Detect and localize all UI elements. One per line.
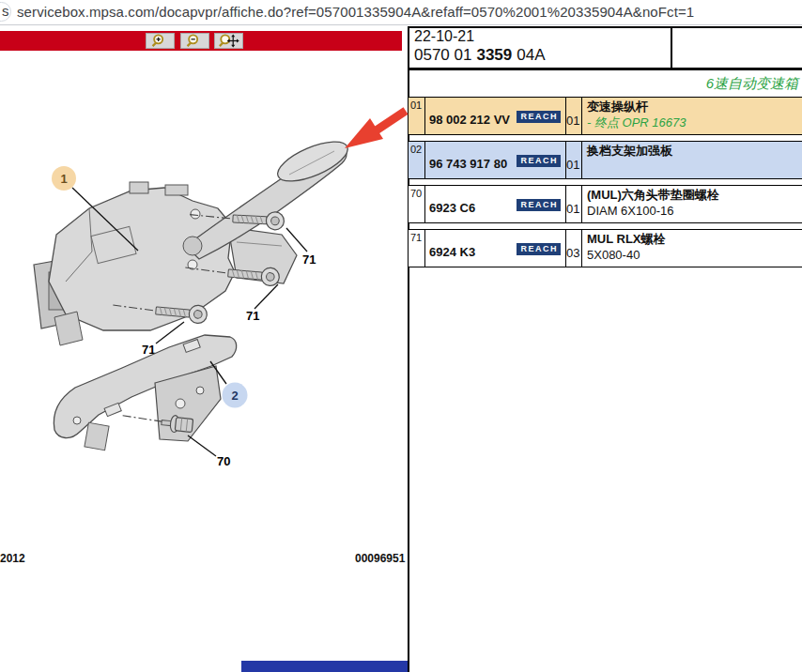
part-number[interactable]: 98 002 212 VV: [429, 113, 510, 127]
row-index: 02: [409, 142, 425, 178]
table-row[interactable]: 01 98 002 212 VV REACH 01 变速操纵杆 - 终点 OPR…: [408, 97, 802, 135]
row-index: 01: [409, 98, 425, 134]
row-index: 71: [409, 230, 425, 267]
description-cell: (MUL)六角头带垫圈螺栓 DIAM 6X100-16: [582, 186, 802, 222]
part-reference-cell: 96 743 917 80 REACH: [425, 142, 566, 178]
part-number[interactable]: 6923 C6: [429, 201, 475, 215]
taskbar-fragment: [241, 661, 408, 672]
row-index: 70: [409, 186, 425, 222]
description-cell: 变速操纵杆 - 终点 OPR 16673: [582, 98, 802, 134]
part-number[interactable]: 96 743 917 80: [429, 157, 507, 171]
part-note: 5X080-40: [587, 248, 802, 262]
ref-bold: 3359: [476, 46, 512, 64]
quantity: 01: [566, 186, 582, 222]
header-cell-divider: [671, 26, 672, 69]
header-bottom-border: [408, 68, 802, 70]
part-name: (MUL)六角头带垫圈螺栓: [587, 188, 802, 203]
document-date: 22-10-21: [414, 28, 474, 45]
reach-badge[interactable]: REACH: [517, 243, 561, 255]
callout-70[interactable]: 70: [217, 454, 230, 468]
reach-badge[interactable]: REACH: [517, 199, 561, 211]
reach-badge[interactable]: REACH: [517, 155, 561, 167]
description-cell: MUL RLX螺栓 5X080-40: [582, 230, 802, 267]
part-name: MUL RLX螺栓: [587, 232, 802, 247]
part-reference-cell: 98 002 212 VV REACH: [425, 98, 566, 134]
parts-diagram: 71 71 71 70 1: [0, 0, 409, 672]
red-arrow-icon: [345, 111, 406, 148]
leader-line: [188, 435, 216, 456]
callout-1[interactable]: 1: [60, 172, 67, 186]
callout-71[interactable]: 71: [302, 252, 316, 267]
ref-prefix: 0570 01: [414, 46, 471, 64]
part-name: 变速操纵杆: [587, 99, 802, 115]
figure-reference: 0570 01335904A: [414, 46, 546, 65]
part-reference-cell: 6923 C6 REACH: [425, 186, 566, 222]
quantity: 03: [566, 230, 582, 267]
table-row[interactable]: 02 96 743 917 80 REACH 01 换档支架加强板: [408, 141, 802, 179]
quantity: 01: [566, 142, 582, 178]
callout-71[interactable]: 71: [246, 309, 259, 323]
part-note: - 终点 OPR 16673: [587, 115, 802, 130]
gearbox-type-label: 6速自动变速箱: [445, 75, 798, 93]
leader-line: [254, 284, 278, 309]
reach-badge[interactable]: REACH: [517, 111, 561, 123]
figure-year: 2012: [0, 552, 25, 565]
figure-document-number: 00096951: [355, 552, 405, 565]
table-row[interactable]: 71 6924 K3 REACH 03 MUL RLX螺栓 5X080-40: [408, 229, 802, 267]
table-row[interactable]: 70 6923 C6 REACH 01 (MUL)六角头带垫圈螺栓 DIAM 6…: [408, 185, 802, 223]
servicebox-window: s servicebox.mpsa.com/docapvpr/affiche.d…: [0, 0, 802, 672]
ref-suffix: 04A: [517, 46, 545, 64]
part-reference-cell: 6924 K3 REACH: [425, 230, 566, 267]
description-cell: 换档支架加强板: [582, 142, 802, 178]
quantity: 01: [566, 98, 582, 134]
part-note: DIAM 6X100-16: [587, 204, 802, 218]
part-name: 换档支架加强板: [587, 144, 802, 159]
callout-2[interactable]: 2: [231, 389, 238, 403]
part-number[interactable]: 6924 K3: [429, 245, 475, 259]
